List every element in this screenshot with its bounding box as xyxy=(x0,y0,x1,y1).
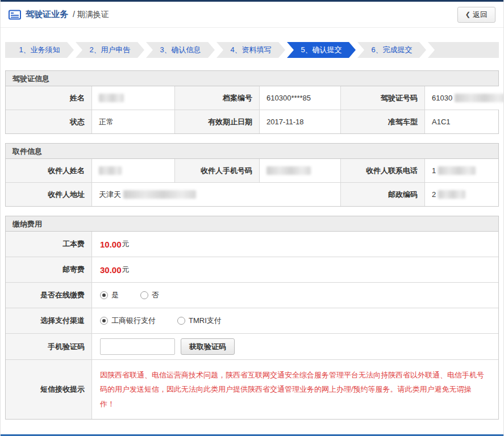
online-yes-label[interactable]: 是 xyxy=(111,290,119,300)
redacted-license-number xyxy=(455,94,504,102)
recipient-name-value xyxy=(92,159,175,182)
icbc-pay-option[interactable]: 工商银行支付 xyxy=(100,316,156,326)
production-fee-value: 10.00 元 xyxy=(92,232,498,257)
postcode-value: 2 xyxy=(425,183,498,206)
payment-section-title: 缴纳费用 xyxy=(6,216,498,232)
step-5-label: 5、确认提交 xyxy=(301,45,341,54)
table-row: 收件人地址 天津天 邮政编码 2 xyxy=(6,183,498,206)
captcha-label: 手机验证码 xyxy=(6,334,92,359)
payment-channel-options: 工商银行支付 TMRI支付 xyxy=(92,308,498,333)
sms-notice-label: 短信接收提示 xyxy=(6,360,92,419)
step-nav-filler xyxy=(428,42,499,58)
mailing-fee-value: 30.00 元 xyxy=(92,257,498,282)
icbc-pay-label[interactable]: 工商银行支付 xyxy=(111,316,156,326)
name-label: 姓名 xyxy=(6,86,92,110)
step-4[interactable]: 4、资料填写 xyxy=(216,42,285,58)
table-row: 收件人姓名 收件人手机号码 收件人联系电话 1 xyxy=(6,159,498,183)
step-3[interactable]: 3、确认信息 xyxy=(146,42,215,58)
payment-channel-label: 选择支付渠道 xyxy=(6,308,92,333)
online-yes-option[interactable]: 是 xyxy=(100,290,119,300)
production-fee-unit: 元 xyxy=(122,239,130,249)
sms-notice-text: 因陕西省联通、电信运营商技术问题，陕西省互联网交通安全综合服务管理平台无法向持陕… xyxy=(100,364,489,414)
redacted-address xyxy=(123,190,196,199)
payment-channel-row: 选择支付渠道 工商银行支付 TMRI支付 xyxy=(6,308,498,334)
status-value: 正常 xyxy=(92,110,175,133)
step-4-label: 4、资料填写 xyxy=(230,45,271,54)
pickup-info-section: 取件信息 收件人姓名 收件人手机号码 收件人联系电话 1 收件人地址 天津天 邮… xyxy=(5,143,499,207)
license-section-title: 驾驶证信息 xyxy=(6,71,498,86)
expiry-value: 2017-11-18 xyxy=(260,110,341,133)
redacted-recipient-name xyxy=(99,166,122,175)
address-prefix: 天津天 xyxy=(99,190,121,200)
mailing-fee-label: 邮寄费 xyxy=(6,257,92,282)
online-payment-options: 是 否 xyxy=(92,283,498,308)
radio-icbc-pay[interactable] xyxy=(100,317,108,325)
step-nav: 1、业务须知 2、用户申告 3、确认信息 4、资料填写 5、确认提交 6、完成提… xyxy=(5,42,499,58)
redacted-postcode xyxy=(438,190,465,199)
header: 驾驶证业务 / 期满换证 ❮ 返回 xyxy=(1,2,503,28)
online-payment-label: 是否在线缴费 xyxy=(6,283,92,308)
name-value xyxy=(92,86,175,110)
step-1[interactable]: 1、业务须知 xyxy=(5,42,74,58)
postcode-prefix: 2 xyxy=(432,190,436,199)
get-code-button[interactable]: 获取验证码 xyxy=(181,338,235,355)
header-title-group: 驾驶证业务 / 期满换证 xyxy=(9,9,109,20)
step-1-label: 1、业务须知 xyxy=(19,45,60,54)
table-row: 姓名 档案编号 610300****85 驾驶证号码 61030 xyxy=(6,86,498,110)
step-2-label: 2、用户申告 xyxy=(89,45,130,54)
back-chevron-icon: ❮ xyxy=(465,11,470,18)
step-6[interactable]: 6、完成提交 xyxy=(357,42,426,58)
recipient-name-label: 收件人姓名 xyxy=(6,159,92,182)
captcha-controls: 获取验证码 xyxy=(92,334,498,359)
table-row: 状态 正常 有效期止日期 2017-11-18 准驾车型 A1C1 xyxy=(6,110,498,133)
recipient-phone-value: 1 xyxy=(425,159,498,182)
address-value: 天津天 xyxy=(92,183,341,206)
license-number-prefix: 61030 xyxy=(432,94,452,102)
radio-online-no[interactable] xyxy=(140,291,148,299)
expiry-label: 有效期止日期 xyxy=(175,110,260,133)
radio-online-yes[interactable] xyxy=(100,291,108,299)
captcha-row: 手机验证码 获取验证码 xyxy=(6,334,498,360)
phone-prefix: 1 xyxy=(432,166,436,175)
back-button[interactable]: ❮ 返回 xyxy=(457,7,495,23)
license-service-icon xyxy=(9,10,21,20)
address-label: 收件人地址 xyxy=(6,183,92,206)
pickup-section-title: 取件信息 xyxy=(6,144,498,159)
back-label: 返回 xyxy=(473,10,488,20)
production-fee-label: 工本费 xyxy=(6,232,92,257)
page-subtitle: / 期满换证 xyxy=(73,10,109,20)
tmri-pay-label[interactable]: TMRI支付 xyxy=(189,316,222,326)
step-6-label: 6、完成提交 xyxy=(371,45,412,54)
redacted-phone xyxy=(438,166,476,175)
tmri-pay-option[interactable]: TMRI支付 xyxy=(177,316,222,326)
payment-section: 缴纳费用 工本费 10.00 元 邮寄费 30.00 元 是否在线缴费 是 否 xyxy=(5,216,499,420)
step-5[interactable]: 5、确认提交 xyxy=(287,42,356,58)
step-2[interactable]: 2、用户申告 xyxy=(76,42,144,58)
postcode-label: 邮政编码 xyxy=(341,183,425,206)
page-title: 驾驶证业务 xyxy=(26,9,68,20)
file-number-label: 档案编号 xyxy=(175,86,260,110)
license-number-label: 驾驶证号码 xyxy=(341,86,425,110)
captcha-input[interactable] xyxy=(100,338,175,355)
online-no-label[interactable]: 否 xyxy=(152,290,159,300)
recipient-phone-label: 收件人联系电话 xyxy=(341,159,425,182)
redacted-name xyxy=(99,94,124,102)
production-fee-amount: 10.00 xyxy=(100,240,122,249)
step-3-label: 3、确认信息 xyxy=(160,45,201,54)
mailing-fee-amount: 30.00 xyxy=(100,265,122,275)
radio-tmri-pay[interactable] xyxy=(177,317,185,325)
file-number-value: 610300****85 xyxy=(260,86,341,110)
sms-notice-row: 短信接收提示 因陕西省联通、电信运营商技术问题，陕西省互联网交通安全综合服务管理… xyxy=(6,360,498,419)
production-fee-row: 工本费 10.00 元 xyxy=(6,232,498,257)
online-no-option[interactable]: 否 xyxy=(140,290,159,300)
mailing-fee-unit: 元 xyxy=(122,265,130,275)
status-label: 状态 xyxy=(6,110,92,133)
recipient-mobile-value xyxy=(260,159,341,182)
mailing-fee-row: 邮寄费 30.00 元 xyxy=(6,257,498,283)
vehicle-type-value: A1C1 xyxy=(425,110,498,133)
vehicle-type-label: 准驾车型 xyxy=(341,110,425,133)
online-payment-row: 是否在线缴费 是 否 xyxy=(6,283,498,308)
sms-notice-value: 因陕西省联通、电信运营商技术问题，陕西省互联网交通安全综合服务管理平台无法向持陕… xyxy=(92,360,498,419)
license-info-section: 驾驶证信息 姓名 档案编号 610300****85 驾驶证号码 61030 状… xyxy=(5,70,499,134)
redacted-mobile xyxy=(266,166,311,175)
